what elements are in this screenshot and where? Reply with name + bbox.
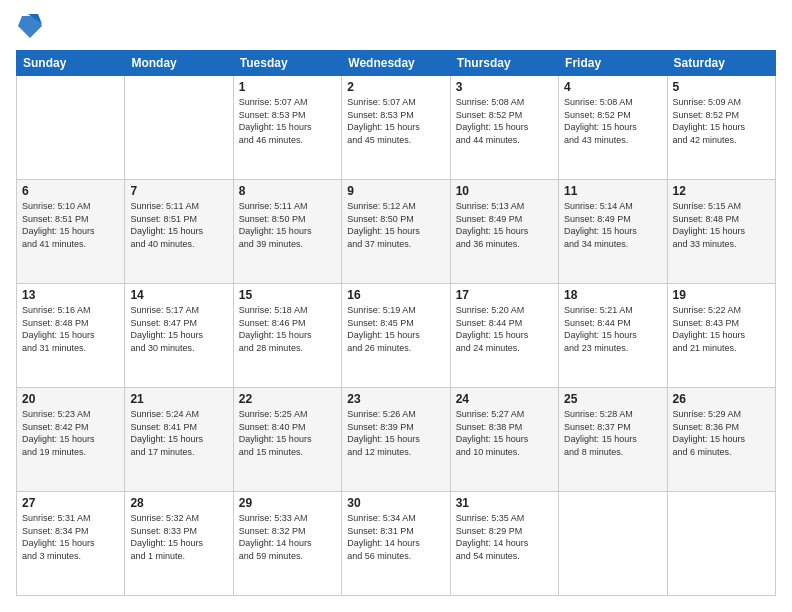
day-info: Sunrise: 5:26 AM Sunset: 8:39 PM Dayligh… [347, 408, 444, 458]
weekday-header-wednesday: Wednesday [342, 51, 450, 76]
week-row-1: 1Sunrise: 5:07 AM Sunset: 8:53 PM Daylig… [17, 76, 776, 180]
day-info: Sunrise: 5:23 AM Sunset: 8:42 PM Dayligh… [22, 408, 119, 458]
weekday-header-friday: Friday [559, 51, 667, 76]
day-info: Sunrise: 5:20 AM Sunset: 8:44 PM Dayligh… [456, 304, 553, 354]
day-cell: 25Sunrise: 5:28 AM Sunset: 8:37 PM Dayli… [559, 388, 667, 492]
week-row-5: 27Sunrise: 5:31 AM Sunset: 8:34 PM Dayli… [17, 492, 776, 596]
day-info: Sunrise: 5:10 AM Sunset: 8:51 PM Dayligh… [22, 200, 119, 250]
day-cell: 27Sunrise: 5:31 AM Sunset: 8:34 PM Dayli… [17, 492, 125, 596]
day-cell: 15Sunrise: 5:18 AM Sunset: 8:46 PM Dayli… [233, 284, 341, 388]
day-info: Sunrise: 5:12 AM Sunset: 8:50 PM Dayligh… [347, 200, 444, 250]
day-number: 23 [347, 392, 444, 406]
day-number: 10 [456, 184, 553, 198]
day-number: 25 [564, 392, 661, 406]
day-info: Sunrise: 5:33 AM Sunset: 8:32 PM Dayligh… [239, 512, 336, 562]
day-info: Sunrise: 5:27 AM Sunset: 8:38 PM Dayligh… [456, 408, 553, 458]
weekday-header-sunday: Sunday [17, 51, 125, 76]
day-cell [667, 492, 775, 596]
weekday-header-saturday: Saturday [667, 51, 775, 76]
day-cell: 29Sunrise: 5:33 AM Sunset: 8:32 PM Dayli… [233, 492, 341, 596]
day-number: 27 [22, 496, 119, 510]
weekday-header-thursday: Thursday [450, 51, 558, 76]
day-cell: 5Sunrise: 5:09 AM Sunset: 8:52 PM Daylig… [667, 76, 775, 180]
day-cell [559, 492, 667, 596]
day-cell: 7Sunrise: 5:11 AM Sunset: 8:51 PM Daylig… [125, 180, 233, 284]
day-info: Sunrise: 5:32 AM Sunset: 8:33 PM Dayligh… [130, 512, 227, 562]
day-number: 3 [456, 80, 553, 94]
day-number: 28 [130, 496, 227, 510]
day-info: Sunrise: 5:17 AM Sunset: 8:47 PM Dayligh… [130, 304, 227, 354]
day-info: Sunrise: 5:18 AM Sunset: 8:46 PM Dayligh… [239, 304, 336, 354]
day-info: Sunrise: 5:22 AM Sunset: 8:43 PM Dayligh… [673, 304, 770, 354]
day-info: Sunrise: 5:35 AM Sunset: 8:29 PM Dayligh… [456, 512, 553, 562]
day-cell: 4Sunrise: 5:08 AM Sunset: 8:52 PM Daylig… [559, 76, 667, 180]
day-cell: 1Sunrise: 5:07 AM Sunset: 8:53 PM Daylig… [233, 76, 341, 180]
page: SundayMondayTuesdayWednesdayThursdayFrid… [0, 0, 792, 612]
day-cell: 30Sunrise: 5:34 AM Sunset: 8:31 PM Dayli… [342, 492, 450, 596]
day-info: Sunrise: 5:34 AM Sunset: 8:31 PM Dayligh… [347, 512, 444, 562]
day-info: Sunrise: 5:07 AM Sunset: 8:53 PM Dayligh… [239, 96, 336, 146]
day-number: 19 [673, 288, 770, 302]
day-cell: 3Sunrise: 5:08 AM Sunset: 8:52 PM Daylig… [450, 76, 558, 180]
day-cell: 28Sunrise: 5:32 AM Sunset: 8:33 PM Dayli… [125, 492, 233, 596]
day-number: 16 [347, 288, 444, 302]
day-number: 21 [130, 392, 227, 406]
week-row-3: 13Sunrise: 5:16 AM Sunset: 8:48 PM Dayli… [17, 284, 776, 388]
day-cell: 2Sunrise: 5:07 AM Sunset: 8:53 PM Daylig… [342, 76, 450, 180]
day-number: 11 [564, 184, 661, 198]
day-cell: 23Sunrise: 5:26 AM Sunset: 8:39 PM Dayli… [342, 388, 450, 492]
day-number: 18 [564, 288, 661, 302]
day-cell: 11Sunrise: 5:14 AM Sunset: 8:49 PM Dayli… [559, 180, 667, 284]
day-cell: 9Sunrise: 5:12 AM Sunset: 8:50 PM Daylig… [342, 180, 450, 284]
week-row-4: 20Sunrise: 5:23 AM Sunset: 8:42 PM Dayli… [17, 388, 776, 492]
day-info: Sunrise: 5:11 AM Sunset: 8:51 PM Dayligh… [130, 200, 227, 250]
day-cell: 22Sunrise: 5:25 AM Sunset: 8:40 PM Dayli… [233, 388, 341, 492]
logo-icon [18, 12, 42, 40]
day-info: Sunrise: 5:29 AM Sunset: 8:36 PM Dayligh… [673, 408, 770, 458]
day-number: 17 [456, 288, 553, 302]
day-info: Sunrise: 5:14 AM Sunset: 8:49 PM Dayligh… [564, 200, 661, 250]
day-number: 1 [239, 80, 336, 94]
day-info: Sunrise: 5:07 AM Sunset: 8:53 PM Dayligh… [347, 96, 444, 146]
day-number: 30 [347, 496, 444, 510]
day-info: Sunrise: 5:21 AM Sunset: 8:44 PM Dayligh… [564, 304, 661, 354]
day-number: 22 [239, 392, 336, 406]
day-number: 15 [239, 288, 336, 302]
day-cell: 13Sunrise: 5:16 AM Sunset: 8:48 PM Dayli… [17, 284, 125, 388]
day-cell: 16Sunrise: 5:19 AM Sunset: 8:45 PM Dayli… [342, 284, 450, 388]
weekday-header-row: SundayMondayTuesdayWednesdayThursdayFrid… [17, 51, 776, 76]
day-number: 14 [130, 288, 227, 302]
day-cell: 12Sunrise: 5:15 AM Sunset: 8:48 PM Dayli… [667, 180, 775, 284]
day-number: 31 [456, 496, 553, 510]
day-info: Sunrise: 5:11 AM Sunset: 8:50 PM Dayligh… [239, 200, 336, 250]
day-number: 2 [347, 80, 444, 94]
day-number: 5 [673, 80, 770, 94]
day-cell [17, 76, 125, 180]
day-cell: 17Sunrise: 5:20 AM Sunset: 8:44 PM Dayli… [450, 284, 558, 388]
day-cell: 6Sunrise: 5:10 AM Sunset: 8:51 PM Daylig… [17, 180, 125, 284]
day-cell: 20Sunrise: 5:23 AM Sunset: 8:42 PM Dayli… [17, 388, 125, 492]
day-number: 9 [347, 184, 444, 198]
day-info: Sunrise: 5:31 AM Sunset: 8:34 PM Dayligh… [22, 512, 119, 562]
day-number: 29 [239, 496, 336, 510]
day-info: Sunrise: 5:24 AM Sunset: 8:41 PM Dayligh… [130, 408, 227, 458]
day-info: Sunrise: 5:13 AM Sunset: 8:49 PM Dayligh… [456, 200, 553, 250]
logo [16, 16, 42, 40]
day-cell: 14Sunrise: 5:17 AM Sunset: 8:47 PM Dayli… [125, 284, 233, 388]
day-number: 4 [564, 80, 661, 94]
day-number: 7 [130, 184, 227, 198]
day-info: Sunrise: 5:15 AM Sunset: 8:48 PM Dayligh… [673, 200, 770, 250]
day-cell: 31Sunrise: 5:35 AM Sunset: 8:29 PM Dayli… [450, 492, 558, 596]
week-row-2: 6Sunrise: 5:10 AM Sunset: 8:51 PM Daylig… [17, 180, 776, 284]
day-cell: 10Sunrise: 5:13 AM Sunset: 8:49 PM Dayli… [450, 180, 558, 284]
day-number: 12 [673, 184, 770, 198]
weekday-header-monday: Monday [125, 51, 233, 76]
day-info: Sunrise: 5:25 AM Sunset: 8:40 PM Dayligh… [239, 408, 336, 458]
day-number: 13 [22, 288, 119, 302]
header [16, 16, 776, 40]
day-number: 8 [239, 184, 336, 198]
day-info: Sunrise: 5:08 AM Sunset: 8:52 PM Dayligh… [564, 96, 661, 146]
day-info: Sunrise: 5:28 AM Sunset: 8:37 PM Dayligh… [564, 408, 661, 458]
day-cell: 19Sunrise: 5:22 AM Sunset: 8:43 PM Dayli… [667, 284, 775, 388]
day-cell: 18Sunrise: 5:21 AM Sunset: 8:44 PM Dayli… [559, 284, 667, 388]
